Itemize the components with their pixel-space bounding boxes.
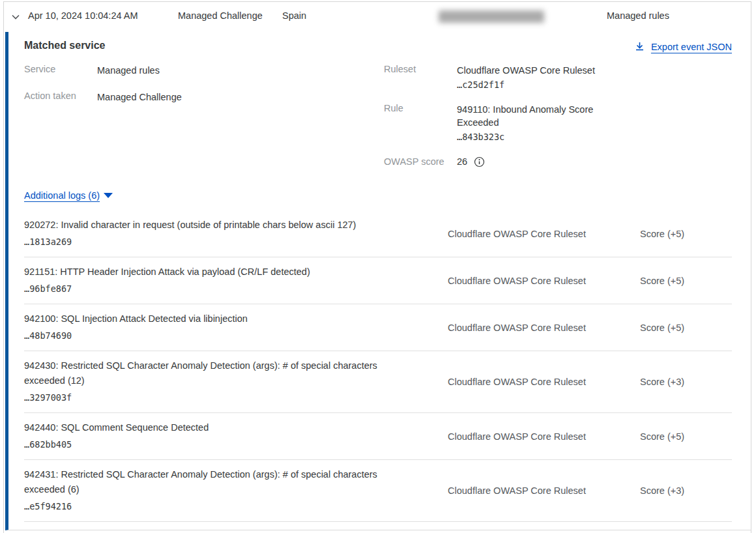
log-score: Score (+5) — [637, 431, 732, 442]
log-hash: …3297003f — [24, 390, 427, 405]
redacted-host-value — [439, 10, 544, 23]
log-title: 942100: SQL Injection Attack Detected vi… — [24, 311, 415, 326]
log-row: 942430: Restricted SQL Character Anomaly… — [24, 351, 732, 413]
field-label: OWASP score — [384, 156, 457, 167]
log-ruleset: Cloudflare OWASP Core Ruleset — [427, 377, 637, 387]
log-score: Score (+3) — [637, 377, 732, 387]
log-hash: …1813a269 — [24, 234, 427, 250]
field-value: Managed Challenge — [97, 91, 182, 104]
detail-fields-right: Ruleset Cloudflare OWASP Core Ruleset …c… — [384, 64, 732, 179]
log-ruleset: Cloudflare OWASP Core Ruleset — [427, 276, 637, 286]
chevron-down-icon[interactable] — [10, 11, 22, 23]
field-ruleset: Ruleset Cloudflare OWASP Core Ruleset …c… — [384, 64, 732, 93]
log-row: 942100: SQL Injection Attack Detected vi… — [24, 304, 732, 351]
rule-hash: …843b323c — [457, 129, 617, 145]
event-action: Managed Challenge — [178, 10, 263, 21]
log-hash: …96bfe867 — [24, 281, 427, 296]
log-ruleset: Cloudflare OWASP Core Ruleset — [427, 485, 637, 496]
log-title: 942430: Restricted SQL Character Anomaly… — [24, 358, 415, 388]
field-label: Service — [24, 64, 97, 77]
log-score: Score (+5) — [637, 276, 732, 286]
additional-logs-list: 920272: Invalid character in request (ou… — [24, 210, 732, 522]
caret-down-icon — [104, 193, 113, 198]
log-ruleset: Cloudflare OWASP Core Ruleset — [427, 431, 637, 442]
log-score: Score (+5) — [637, 323, 732, 333]
log-hash: …e5f94216 — [24, 498, 427, 514]
log-title: 942440: SQL Comment Sequence Detected — [24, 420, 415, 435]
download-icon — [634, 41, 645, 52]
detail-fields-left: Service Managed rules Action taken Manag… — [24, 64, 384, 179]
event-timestamp: Apr 10, 2024 10:04:24 AM — [28, 10, 138, 21]
field-value: Managed rules — [97, 64, 160, 77]
additional-logs-label: Additional logs (6) — [24, 190, 100, 201]
event-service: Managed rules — [607, 10, 669, 21]
field-label: Rule — [384, 103, 457, 145]
event-detail-panel: Matched service Export event JSON Servic… — [5, 32, 751, 530]
log-row: 920272: Invalid character in request (ou… — [24, 210, 732, 257]
ruleset-name: Cloudflare OWASP Core Ruleset — [457, 64, 617, 77]
log-ruleset: Cloudflare OWASP Core Ruleset — [427, 323, 637, 333]
owasp-score-value: 26 — [457, 155, 467, 168]
log-hash: …682bb405 — [24, 437, 427, 452]
field-owasp-score: OWASP score 26 — [384, 155, 732, 168]
export-label: Export event JSON — [651, 42, 732, 52]
field-label: Ruleset — [384, 64, 457, 93]
log-title: 920272: Invalid character in request (ou… — [24, 218, 415, 233]
rule-name: 949110: Inbound Anomaly Score Exceeded — [457, 103, 617, 129]
info-icon[interactable] — [474, 156, 485, 167]
log-score: Score (+5) — [637, 229, 732, 239]
log-row: 942431: Restricted SQL Character Anomaly… — [24, 460, 732, 522]
event-summary-row[interactable]: Apr 10, 2024 10:04:24 AM Managed Challen… — [4, 2, 751, 32]
log-title: 921151: HTTP Header Injection Attack via… — [24, 265, 415, 280]
firewall-events-panel: Apr 10, 2024 10:04:24 AM Managed Challen… — [3, 1, 751, 533]
ruleset-hash: …c25d2f1f — [457, 77, 617, 93]
log-hash: …48b74690 — [24, 328, 427, 343]
event-country: Spain — [282, 10, 306, 21]
log-row: 942440: SQL Comment Sequence Detected …6… — [24, 413, 732, 460]
log-title: 942431: Restricted SQL Character Anomaly… — [24, 467, 415, 497]
export-event-json-link[interactable]: Export event JSON — [634, 41, 732, 52]
log-ruleset: Cloudflare OWASP Core Ruleset — [427, 229, 637, 239]
matched-service-heading: Matched service — [24, 40, 106, 51]
log-row: 921151: HTTP Header Injection Attack via… — [24, 257, 732, 304]
field-service: Service Managed rules — [24, 64, 384, 77]
field-rule: Rule 949110: Inbound Anomaly Score Excee… — [384, 103, 732, 145]
additional-logs-toggle[interactable]: Additional logs (6) — [24, 190, 113, 201]
field-action-taken: Action taken Managed Challenge — [24, 91, 384, 104]
log-score: Score (+3) — [637, 485, 732, 496]
field-label: Action taken — [24, 91, 97, 104]
